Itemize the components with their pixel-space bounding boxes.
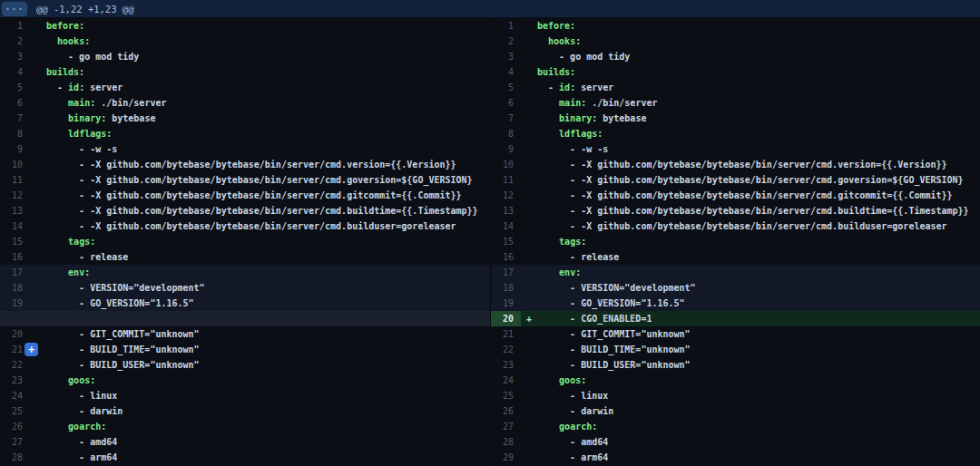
line-number[interactable]: 29 xyxy=(491,450,521,465)
yaml-key-token: goos: xyxy=(68,375,95,385)
code-token: - -X github.com/bytebase/bytebase/bin/se… xyxy=(537,206,969,216)
line-number[interactable]: 24 xyxy=(491,373,521,388)
code-token: ./bin/server xyxy=(95,98,166,108)
line-number[interactable]: 27 xyxy=(0,434,30,450)
line-number[interactable]: 23 xyxy=(491,357,521,373)
line-number[interactable]: 19 xyxy=(0,296,30,311)
line-number[interactable]: 26 xyxy=(0,419,30,434)
line-number[interactable]: 11 xyxy=(0,172,30,188)
diff-row: 25 - darwin xyxy=(0,403,490,419)
line-number[interactable]: 20 xyxy=(491,311,521,326)
diff-row: 6 main: ./bin/server xyxy=(0,95,490,111)
diff-row: 26 goarch: xyxy=(0,419,490,434)
add-comment-button[interactable]: + xyxy=(24,343,38,356)
expand-hunk-button[interactable]: ··· xyxy=(2,2,27,16)
diff-row: 19 - GO_VERSION="1.16.5" xyxy=(0,296,490,311)
line-number[interactable]: 24 xyxy=(0,388,30,403)
line-number[interactable]: 2 xyxy=(0,34,30,49)
yaml-key-token: env: xyxy=(68,267,90,277)
line-number[interactable]: 5 xyxy=(0,80,30,95)
line-number[interactable]: 3 xyxy=(491,49,521,64)
code-token: - GIT_COMMIT="unknown" xyxy=(46,329,200,339)
line-number[interactable]: 5 xyxy=(491,80,521,95)
line-number[interactable]: 19 xyxy=(491,296,521,311)
code-token: - VERSION="development" xyxy=(537,283,696,293)
line-number[interactable]: 22 xyxy=(0,357,30,373)
line-number[interactable]: 14 xyxy=(491,218,521,234)
line-number[interactable]: 16 xyxy=(0,249,30,265)
line-number[interactable]: 10 xyxy=(491,157,521,172)
code-token: - arm64 xyxy=(537,452,608,462)
line-number[interactable]: 8 xyxy=(491,126,521,141)
line-number[interactable]: 13 xyxy=(0,203,30,218)
line-number[interactable]: 1 xyxy=(491,18,521,34)
code-token xyxy=(537,113,559,123)
line-number[interactable]: 16 xyxy=(491,249,521,265)
line-number[interactable]: 11 xyxy=(491,172,521,188)
code-line: - go mod tidy xyxy=(537,49,980,64)
line-marker xyxy=(30,203,46,218)
line-number[interactable]: 20 xyxy=(0,326,30,342)
line-number[interactable]: 8 xyxy=(0,126,30,141)
diff-row: 13 - -X github.com/bytebase/bytebase/bin… xyxy=(491,203,980,218)
line-number[interactable]: 26 xyxy=(491,403,521,419)
line-number[interactable]: 6 xyxy=(0,95,30,111)
yaml-key-token: main: xyxy=(559,98,586,108)
diff-row-added: 20+ - CGO_ENABLED=1 xyxy=(491,311,980,326)
line-number[interactable]: 7 xyxy=(491,111,521,126)
diff-row: 1before: xyxy=(491,18,980,34)
yaml-key-token: tags: xyxy=(68,237,95,247)
diff-row: 4builds: xyxy=(491,64,980,80)
diff-row: 12 - -X github.com/bytebase/bytebase/bin… xyxy=(0,188,490,203)
line-number[interactable]: 9 xyxy=(491,141,521,157)
line-number[interactable]: 23 xyxy=(0,373,30,388)
diff-row: 3 - go mod tidy xyxy=(491,49,980,64)
code-line: - -X github.com/bytebase/bytebase/bin/se… xyxy=(537,157,980,172)
line-number[interactable]: 2 xyxy=(491,34,521,49)
code-token: - release xyxy=(537,252,619,262)
code-token xyxy=(537,36,548,46)
line-number[interactable]: 28 xyxy=(491,434,521,450)
code-line: - GO_VERSION="1.16.5" xyxy=(46,296,490,311)
line-number[interactable]: 12 xyxy=(0,188,30,203)
code-token: - -X github.com/bytebase/bytebase/bin/se… xyxy=(537,160,947,170)
line-number[interactable]: 6 xyxy=(491,95,521,111)
line-number[interactable]: 4 xyxy=(0,64,30,80)
diff-row: 12 - -X github.com/bytebase/bytebase/bin… xyxy=(491,188,980,203)
code-token: - go mod tidy xyxy=(537,52,630,62)
code-line: main: ./bin/server xyxy=(537,95,980,111)
line-number[interactable]: 9 xyxy=(0,141,30,157)
diff-row: 26 - darwin xyxy=(491,403,980,419)
line-number[interactable]: 12 xyxy=(491,188,521,203)
line-number[interactable]: 21 xyxy=(491,326,521,342)
line-number[interactable]: 3 xyxy=(0,49,30,64)
line-number[interactable]: 4 xyxy=(491,64,521,80)
line-number[interactable]: 28 xyxy=(0,450,30,465)
line-number[interactable]: 22 xyxy=(491,342,521,357)
code-line: ldflags: xyxy=(46,126,490,141)
line-number[interactable]: 25 xyxy=(491,388,521,403)
line-marker xyxy=(521,326,537,342)
line-number[interactable]: 13 xyxy=(491,203,521,218)
code-token: bytebase xyxy=(106,113,155,123)
yaml-key-token: binary: xyxy=(559,113,597,123)
diff-row: 29 - arm64 xyxy=(491,450,980,465)
line-number[interactable]: 14 xyxy=(0,218,30,234)
line-number[interactable]: 27 xyxy=(491,419,521,434)
yaml-key-token: id: xyxy=(559,83,575,92)
line-number[interactable]: 18 xyxy=(491,280,521,296)
line-number[interactable]: 15 xyxy=(0,234,30,249)
line-number[interactable]: 7 xyxy=(0,111,30,126)
code-line: before: xyxy=(537,18,980,34)
line-number[interactable]: 10 xyxy=(0,157,30,172)
code-token xyxy=(46,422,68,432)
code-token: - amd64 xyxy=(46,437,117,447)
line-number[interactable]: 1 xyxy=(0,18,30,34)
line-number[interactable]: 25 xyxy=(0,403,30,419)
line-number[interactable]: 17 xyxy=(491,265,521,280)
line-number[interactable]: 18 xyxy=(0,280,30,296)
line-number[interactable]: 17 xyxy=(0,265,30,280)
code-line: goos: xyxy=(46,373,490,388)
line-number[interactable]: 15 xyxy=(491,234,521,249)
code-token: ./bin/server xyxy=(586,98,657,108)
